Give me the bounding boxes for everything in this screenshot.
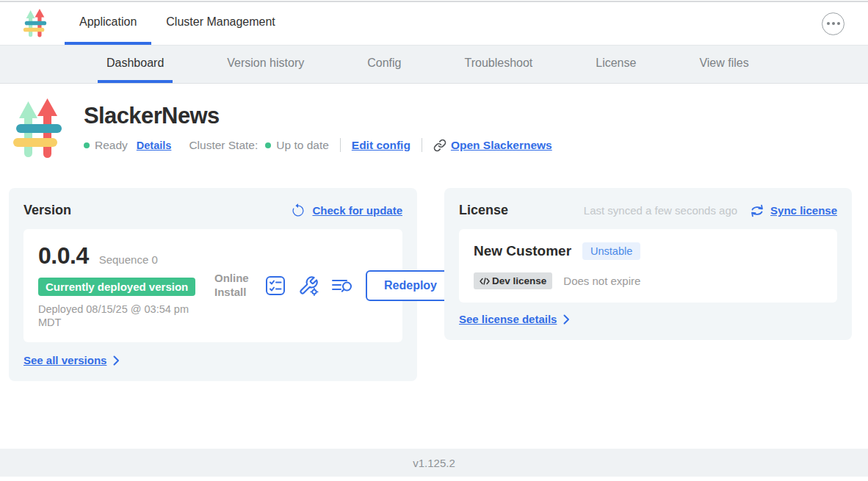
config-diff-button[interactable] (298, 275, 319, 296)
version-info: 0.0.4 Sequence 0 Currently deployed vers… (38, 242, 214, 329)
ellipsis-icon (827, 22, 830, 25)
license-card: License Last synced a few seconds ago Sy… (444, 188, 852, 340)
sequence-label: Sequence 0 (99, 253, 158, 266)
see-license-details-label: See license details (459, 313, 557, 325)
tab-application[interactable]: Application (65, 2, 151, 45)
edit-config-link[interactable]: Edit config (352, 139, 411, 152)
license-card-header: License Last synced a few seconds ago Sy… (459, 203, 837, 218)
details-link[interactable]: Details (137, 140, 172, 151)
page-title: SlackerNews (84, 103, 552, 129)
status-row: Ready Details Cluster State: Up to date … (84, 138, 552, 152)
code-icon (480, 278, 490, 285)
see-all-versions-label: See all versions (23, 354, 106, 366)
app-status-text: Ready (95, 139, 128, 152)
checklist-icon (265, 275, 286, 296)
deploy-logs-button[interactable] (331, 276, 353, 295)
top-tabs: Application Cluster Management (65, 2, 290, 45)
tab-config[interactable]: Config (358, 46, 410, 83)
wrench-gear-icon (298, 275, 319, 296)
sync-license-label: Sync license (770, 204, 837, 217)
license-card-title: License (459, 203, 508, 218)
redeploy-button[interactable]: Redeploy (366, 270, 455, 301)
logs-search-icon (331, 276, 353, 295)
tab-troubleshoot[interactable]: Troubleshoot (455, 46, 541, 83)
check-for-update-label: Check for update (312, 204, 402, 217)
license-panel: New Customer Unstable Dev license (459, 229, 837, 303)
release-notes-button[interactable] (265, 275, 286, 296)
tab-application-label: Application (79, 15, 137, 29)
last-synced-text: Last synced a few seconds ago (584, 204, 737, 217)
console-version: v1.125.2 (413, 457, 455, 469)
link-chain-icon (433, 139, 446, 152)
app-header: SlackerNews Ready Details Cluster State:… (0, 84, 868, 162)
tab-version-history[interactable]: Version history (218, 46, 313, 83)
see-license-details-link[interactable]: See license details (459, 313, 837, 325)
tab-config-label: Config (367, 57, 401, 70)
tab-license[interactable]: License (587, 46, 645, 83)
tab-dashboard[interactable]: Dashboard (98, 46, 173, 83)
current-version-panel: 0.0.4 Sequence 0 Currently deployed vers… (23, 229, 402, 342)
channel-badge: Unstable (582, 242, 640, 260)
version-card: Version Check for update 0.0.4 Sequence (9, 188, 417, 381)
divider (340, 138, 341, 152)
sync-license-link[interactable]: Sync license (750, 203, 837, 218)
chevron-right-icon (113, 355, 120, 366)
page: Application Cluster Management Dashboard… (0, 0, 868, 481)
footer: v1.125.2 (0, 449, 868, 477)
app-logo-icon (22, 8, 48, 39)
version-card-title: Version (23, 203, 71, 218)
license-type-label: Dev license (492, 275, 546, 286)
version-number: 0.0.4 (38, 242, 89, 270)
chevron-right-icon (563, 314, 570, 325)
sync-arrows-icon (750, 203, 764, 218)
sub-nav: Dashboard Version history Config Trouble… (0, 46, 868, 84)
tab-dashboard-label: Dashboard (106, 57, 164, 70)
tab-view-files[interactable]: View files (690, 46, 757, 83)
open-app-link[interactable]: Open Slackernews (433, 139, 552, 152)
tab-license-label: License (596, 57, 636, 70)
deployed-timestamp: Deployed 08/15/25 @ 03:54 pm MDT (38, 303, 198, 329)
divider (422, 138, 422, 152)
cluster-state-value: Up to date (276, 139, 329, 152)
tab-cluster-management[interactable]: Cluster Management (151, 2, 290, 45)
refresh-icon (291, 203, 305, 218)
cluster-state-label: Cluster State: (189, 139, 258, 152)
dashboard-cards: Version Check for update 0.0.4 Sequence (0, 162, 868, 381)
tab-view-files-label: View files (699, 57, 748, 70)
tab-troubleshoot-label: Troubleshoot (464, 57, 532, 70)
main-content: SlackerNews Ready Details Cluster State:… (0, 84, 868, 449)
version-actions: Online Install (214, 270, 455, 301)
app-status-dot (84, 142, 90, 148)
check-for-update-link[interactable]: Check for update (291, 203, 402, 218)
overflow-menu-button[interactable] (822, 12, 845, 35)
tab-cluster-management-label: Cluster Management (166, 15, 275, 29)
title-block: SlackerNews Ready Details Cluster State:… (84, 97, 552, 162)
cluster-state-dot (265, 142, 271, 148)
deployed-status-badge: Currently deployed version (38, 278, 195, 296)
version-card-header: Version Check for update (23, 203, 402, 218)
license-expiry: Does not expire (563, 275, 640, 287)
install-type-label: Online Install (214, 272, 253, 300)
license-type-badge: Dev license (474, 272, 552, 289)
open-app-label: Open Slackernews (451, 139, 552, 152)
see-all-versions-link[interactable]: See all versions (23, 354, 402, 366)
tab-version-history-label: Version history (227, 57, 304, 70)
app-logo-large-icon (10, 97, 66, 162)
top-nav: Application Cluster Management (0, 2, 868, 46)
customer-name: New Customer (474, 243, 571, 259)
